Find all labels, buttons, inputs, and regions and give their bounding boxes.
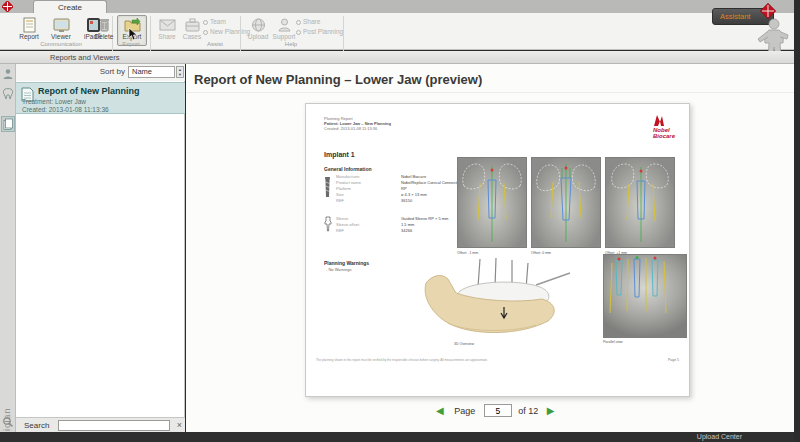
implant-section-title: Implant 1 — [324, 151, 355, 158]
report-item-created: Created: 2013-01-08 11:13:36 — [22, 106, 109, 113]
page-label: Page — [454, 406, 475, 416]
report-item-treatment: Treatment: Lower Jaw — [22, 98, 86, 105]
page-header-line: Created: 2013-01-08 11:13:36 — [324, 126, 377, 131]
reports-icon — [3, 118, 13, 130]
team-option[interactable]: Team — [203, 18, 226, 26]
sort-row: Sort by Name ▲▼ — [16, 64, 185, 81]
pagination: ◀ Page of 12 ▶ — [436, 404, 555, 420]
ct-cross-section-image — [531, 157, 601, 248]
sort-by-label: Sort by — [100, 67, 125, 76]
left-nav-strip: NobelClinician — [0, 64, 16, 432]
window-frame — [794, 0, 800, 442]
share-option[interactable]: Share — [296, 18, 320, 26]
reports-list-panel: Sort by Name ▲▼ Report of New Planning T… — [16, 64, 185, 417]
page-number: Page 5 — [668, 358, 679, 362]
ct-caption: Offset: 0 mm — [531, 251, 551, 255]
title-bar: Create — [0, 0, 794, 13]
list-item-report-of-new-planning[interactable]: Report of New Planning Treatment: Lower … — [16, 82, 185, 114]
search-label: Search — [24, 421, 49, 430]
parallel-caption: Parallel view — [603, 340, 623, 344]
search-input[interactable] — [58, 420, 170, 431]
support-icon — [276, 17, 293, 33]
section-header: Reports and Viewers — [0, 51, 794, 64]
nobel-biocare-logo: Nobel Biocare — [653, 114, 675, 139]
post-planning-icon — [296, 30, 301, 35]
ct-caption: Offset: -1 mm — [457, 251, 478, 255]
ct-cross-section-image — [605, 157, 675, 248]
share-icon — [296, 20, 301, 25]
cases-icon — [184, 17, 201, 33]
implant-glyph-icon — [324, 176, 331, 198]
trash-icon — [96, 17, 113, 33]
preview-title: Report of New Planning – Lower Jaw (prev… — [194, 72, 482, 87]
patient-icon[interactable] — [2, 68, 14, 80]
planning-icon[interactable] — [2, 88, 14, 100]
nobel-mark-icon — [2, 1, 13, 12]
status-bar: Upload Center — [0, 432, 800, 442]
page-count-label: of 12 — [518, 406, 538, 416]
clear-search-icon[interactable]: × — [177, 420, 182, 431]
planning-warnings-title: Planning Warnings — [324, 260, 369, 266]
post-planning-option[interactable]: Post Planning — [296, 28, 343, 36]
next-page-button[interactable]: ▶ — [547, 405, 555, 416]
magnifier-icon[interactable] — [2, 416, 14, 428]
reports-nav-active[interactable] — [1, 116, 15, 132]
nobelclinician-window: Create Report Viewer — [0, 0, 800, 442]
sort-select[interactable]: Name — [128, 66, 175, 78]
search-bar: Search × — [16, 417, 185, 432]
envelope-icon — [159, 17, 176, 33]
divider — [186, 92, 794, 93]
sleeve-glyph-icon — [324, 216, 332, 232]
overview-caption: 3D Overview — [454, 342, 474, 346]
tab-create[interactable]: Create — [33, 0, 107, 13]
upload-center-link[interactable]: Upload Center — [697, 433, 742, 440]
report-page: Planning Report Patient: Lower Jaw – New… — [305, 103, 690, 397]
ribbon-group-label-help: Help — [243, 41, 339, 47]
globe-icon — [250, 17, 267, 33]
viewer-icon — [53, 17, 70, 33]
nobel-mark-icon — [653, 114, 665, 127]
previous-page-button[interactable]: ◀ — [436, 405, 444, 416]
sort-stepper[interactable]: ▲▼ — [176, 66, 184, 78]
new-planning-icon — [203, 30, 208, 35]
ribbon: Report Viewer iPad® Communication — [0, 13, 794, 50]
parallel-view-image — [603, 254, 687, 338]
general-information-title: General Information — [324, 166, 372, 172]
cursor-icon — [128, 27, 138, 41]
jaw-3d-overview-image — [418, 257, 594, 345]
preview-area: Report of New Planning – Lower Jaw (prev… — [186, 64, 794, 432]
report-item-title: Report of New Planning — [38, 86, 140, 96]
page-disclaimer: The planning shown in this report must b… — [316, 358, 646, 362]
planning-warnings-text: - No Warnings — [326, 267, 351, 272]
page-number-input[interactable] — [484, 404, 512, 417]
report-icon — [21, 17, 38, 33]
ct-cross-section-image — [457, 157, 527, 248]
team-icon — [203, 20, 208, 25]
